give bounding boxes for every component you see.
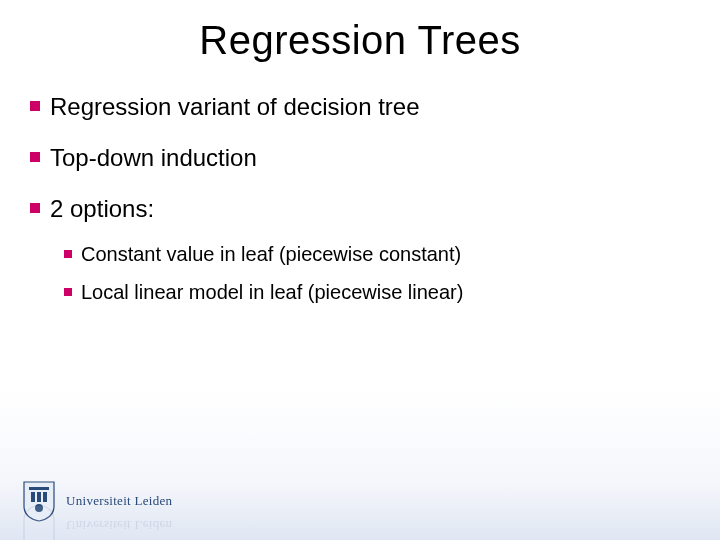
bullet-marker-icon [30,203,40,213]
bullet-item: 2 options: [30,193,690,224]
university-crest-icon [22,504,56,540]
bullet-marker-icon [64,288,72,296]
slide: Regression Trees Regression variant of d… [0,0,720,540]
sub-bullet-list: Constant value in leaf (piecewise consta… [30,241,690,305]
sub-bullet-item: Constant value in leaf (piecewise consta… [64,241,690,267]
svg-rect-3 [43,492,47,502]
bullet-text: Regression variant of decision tree [50,91,420,122]
slide-title: Regression Trees [0,0,720,91]
svg-rect-1 [31,492,35,502]
sub-bullet-text: Constant value in leaf (piecewise consta… [81,241,461,267]
svg-rect-2 [37,492,41,502]
sub-bullet-item: Local linear model in leaf (piecewise li… [64,279,690,305]
footer-logo-reflection: Universiteit Leiden [22,504,172,540]
bullet-marker-icon [30,152,40,162]
bullet-text: 2 options: [50,193,154,224]
bullet-marker-icon [30,101,40,111]
bullet-marker-icon [64,250,72,258]
bullet-text: Top-down induction [50,142,257,173]
sub-bullet-text: Local linear model in leaf (piecewise li… [81,279,463,305]
bullet-item: Regression variant of decision tree [30,91,690,122]
bullet-item: Top-down induction [30,142,690,173]
university-name-reflection: Universiteit Leiden [66,517,172,533]
svg-rect-0 [29,487,49,490]
slide-content: Regression variant of decision tree Top-… [0,91,720,305]
